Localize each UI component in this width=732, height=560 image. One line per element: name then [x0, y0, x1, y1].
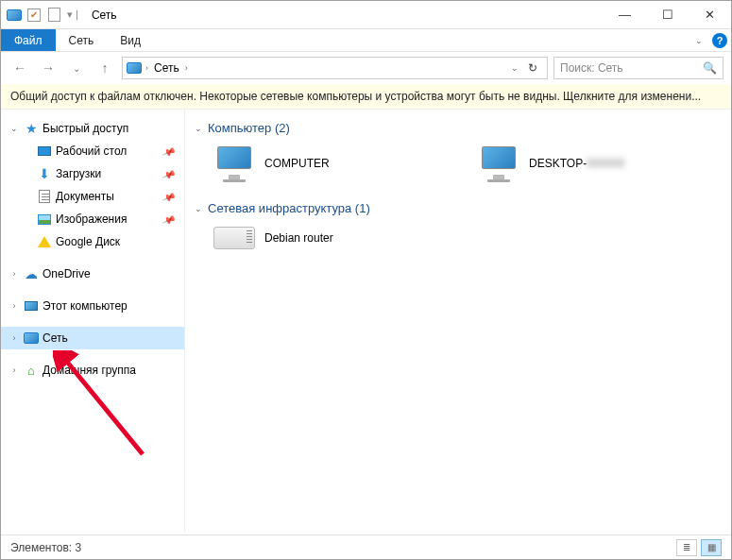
refresh-button[interactable]: ↻ [522, 61, 543, 75]
body: ⌄ ★ Быстрый доступ Рабочий стол 📌 ⬇ Загр… [1, 110, 731, 532]
sidebar-pictures[interactable]: Изображения 📌 [1, 208, 184, 230]
item-computer-1[interactable]: COMPUTER [213, 146, 421, 180]
address-bar[interactable]: › Сеть › ⌄ ↻ [122, 57, 548, 79]
router-icon [213, 227, 255, 249]
item-computer-2[interactable]: DESKTOP-XXXXX [478, 146, 686, 180]
qat-checkbox-icon[interactable]: ✔ [27, 8, 41, 22]
sidebar-onedrive[interactable]: › ☁ OneDrive [1, 263, 184, 285]
tab-view[interactable]: Вид [107, 29, 154, 51]
nav-recent-dropdown[interactable]: ⌄ [65, 57, 88, 79]
pin-icon: 📌 [162, 144, 176, 158]
infra-items: Debian router [195, 219, 722, 264]
search-placeholder: Поиск: Сеть [560, 61, 623, 75]
content-pane: ⌄ Компьютер (2) COMPUTER DESKTOP-XXXXX ⌄ [185, 110, 731, 532]
group-label: Компьютер (2) [208, 121, 290, 135]
computer-icon [213, 146, 255, 180]
sidebar-quick-access[interactable]: ⌄ ★ Быстрый доступ [1, 117, 184, 140]
tab-file[interactable]: Файл [1, 29, 56, 51]
computers-items: COMPUTER DESKTOP-XXXXX [195, 139, 722, 195]
minimize-button[interactable]: — [604, 1, 646, 29]
item-label: DESKTOP-XXXXX [529, 157, 624, 170]
nav-forward-button: → [37, 57, 60, 79]
item-label: Debian router [264, 231, 333, 245]
sidebar-label: OneDrive [43, 267, 91, 280]
network-icon [7, 8, 22, 23]
qat-separator: ▾ | [67, 8, 78, 21]
homegroup-icon: ⌂ [24, 363, 39, 378]
sidebar-label: Документы [56, 190, 114, 203]
help-button[interactable]: ? [708, 29, 731, 51]
chevron-right-icon[interactable]: › [9, 269, 20, 279]
sidebar-homegroup[interactable]: › ⌂ Домашняя группа [1, 359, 184, 382]
window-title: Сеть [92, 8, 117, 22]
chevron-down-icon: ⌄ [195, 204, 202, 213]
pin-icon: 📌 [162, 190, 176, 203]
sidebar-label: Домашняя группа [43, 364, 136, 377]
ribbon-expand-icon[interactable]: ⌄ [689, 29, 708, 51]
sidebar-label: Сеть [43, 331, 68, 345]
group-infrastructure[interactable]: ⌄ Сетевая инфраструктура (1) [195, 201, 722, 215]
chevron-right-icon[interactable]: › [185, 63, 188, 73]
pin-icon: 📌 [162, 167, 176, 180]
nav-up-button[interactable]: ↑ [94, 57, 116, 79]
pin-icon: 📌 [162, 212, 176, 226]
titlebar: ✔ ▾ | Сеть — ☐ ✕ [1, 1, 731, 29]
computer-icon [478, 146, 519, 180]
sidebar-label: Загрузки [56, 167, 101, 180]
qat-newitem-icon[interactable] [46, 8, 61, 23]
pictures-icon [37, 212, 52, 227]
item-router[interactable]: Debian router [213, 227, 421, 249]
network-icon [24, 331, 39, 346]
sidebar-label: Быстрый доступ [43, 122, 128, 135]
chevron-right-icon[interactable]: › [9, 333, 20, 343]
sidebar-google-drive[interactable]: Google Диск [1, 230, 184, 253]
onedrive-icon: ☁ [24, 266, 39, 281]
close-button[interactable]: ✕ [689, 1, 731, 29]
desktop-icon [37, 144, 52, 159]
sidebar-documents[interactable]: Документы 📌 [1, 185, 184, 208]
ribbon: Файл Сеть Вид ⌄ ? [1, 29, 731, 52]
sidebar-label: Рабочий стол [56, 144, 127, 158]
quick-access-icon: ★ [24, 121, 39, 136]
maximize-button[interactable]: ☐ [646, 1, 689, 29]
sidebar-label: Изображения [56, 212, 127, 226]
chevron-right-icon[interactable]: › [9, 365, 20, 375]
status-text: Элементов: 3 [10, 541, 81, 554]
google-drive-icon [37, 234, 52, 249]
titlebar-left: ✔ ▾ | Сеть [1, 8, 117, 23]
address-network-icon [127, 60, 142, 76]
item-label: COMPUTER [264, 157, 330, 170]
address-row: ← → ⌄ ↑ › Сеть › ⌄ ↻ Поиск: Сеть 🔍 [1, 52, 731, 84]
group-computers[interactable]: ⌄ Компьютер (2) [195, 121, 722, 135]
search-input[interactable]: Поиск: Сеть 🔍 [553, 57, 723, 79]
chevron-right-icon[interactable]: › [9, 301, 20, 311]
sidebar-downloads[interactable]: ⬇ Загрузки 📌 [1, 162, 184, 185]
chevron-down-icon: ⌄ [195, 124, 202, 133]
download-icon: ⬇ [37, 166, 52, 181]
document-icon [37, 189, 52, 204]
sidebar-label: Google Диск [56, 235, 120, 248]
nav-back-button[interactable]: ← [9, 57, 31, 79]
statusbar: Элементов: 3 ≣ ▦ [1, 535, 731, 559]
sidebar-network[interactable]: › Сеть [1, 327, 184, 349]
tab-network[interactable]: Сеть [56, 29, 108, 51]
chevron-down-icon[interactable]: ⌄ [9, 124, 20, 133]
large-icons-view-button[interactable]: ▦ [701, 539, 722, 556]
group-label: Сетевая инфраструктура (1) [208, 201, 370, 215]
sidebar-this-pc[interactable]: › Этот компьютер [1, 295, 184, 317]
sidebar-desktop[interactable]: Рабочий стол 📌 [1, 140, 184, 162]
chevron-right-icon[interactable]: › [145, 63, 148, 73]
details-view-button[interactable]: ≣ [676, 539, 697, 556]
help-icon: ? [712, 33, 727, 48]
sidebar-label: Этот компьютер [43, 299, 128, 313]
security-warning-bar[interactable]: Общий доступ к файлам отключен. Некоторы… [1, 84, 731, 110]
address-history-dropdown[interactable]: ⌄ [511, 63, 519, 73]
search-icon: 🔍 [703, 61, 717, 75]
pc-icon [24, 298, 39, 314]
navigation-pane: ⌄ ★ Быстрый доступ Рабочий стол 📌 ⬇ Загр… [1, 110, 185, 532]
breadcrumb-root[interactable]: Сеть [152, 61, 181, 75]
window-controls: — ☐ ✕ [604, 1, 731, 29]
